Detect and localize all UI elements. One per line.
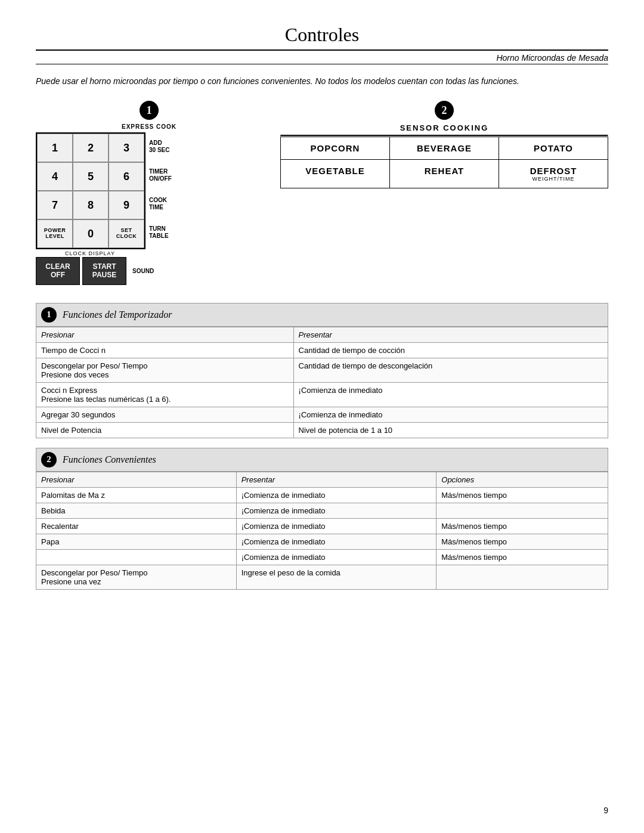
table2-row5-col1: Ingrese el peso de la comida	[236, 565, 436, 589]
table2-row2-col2: Más/menos tiempo	[436, 518, 608, 534]
clock-display-label: CLOCK DISPLAY	[36, 250, 144, 256]
table1-row1-col1: Cantidad de tiempo de descongelación	[293, 358, 608, 382]
table2-row2-col1: ¡Comienza de inmediato	[236, 518, 436, 534]
label-timer-onoff: TIMERON/OFF	[149, 168, 172, 182]
table1: Presionar Presentar Tiempo de Cocci nCan…	[36, 327, 608, 438]
key-0[interactable]: 0	[73, 219, 109, 248]
express-cook-label: EXPRESS COOK	[36, 123, 262, 130]
table1-row1-col0: Descongelar por Peso/ Tiempo Presione do…	[36, 358, 294, 382]
table1-col1-header: Presionar	[36, 327, 294, 342]
keypad-full: 1 2 3 4 5 6 7 8 9	[36, 132, 262, 285]
table1-col2-header: Presentar	[293, 327, 608, 342]
table2-row0-col0: Palomitas de Ma z	[36, 487, 237, 503]
subtitle-divider	[36, 64, 608, 64]
table2-col3-header: Opciones	[436, 472, 608, 487]
clock-display-wrapper: CLOCK DISPLAY	[36, 249, 144, 257]
table1-row0-col1: Cantidad de tiempo de cocción	[293, 342, 608, 358]
table1-container: 1 Funciones del Temporizador Presionar P…	[36, 303, 608, 438]
table2-row4-col2: Más/menos tiempo	[436, 549, 608, 565]
table2-row1-col0: Bebida	[36, 503, 237, 518]
sensor-grid: POPCORN BEVERAGE POTATO VEGETABLE REHEAT…	[280, 137, 608, 188]
table2-row0-col2: Más/menos tiempo	[436, 487, 608, 503]
table2-title: Funciones Convenientes	[63, 454, 156, 465]
table2-row0-col1: ¡Comienza de inmediato	[236, 487, 436, 503]
table2-row3-col1: ¡Comienza de inmediato	[236, 534, 436, 549]
key-9[interactable]: 9	[109, 191, 144, 219]
table2-row4-col0	[36, 549, 237, 565]
keypad-right-labels: ADD30 SEC TIMERON/OFF COOKTIME TURNTABLE	[149, 132, 172, 247]
table2-row3-col0: Papa	[36, 534, 237, 549]
table2-row1-col1: ¡Comienza de inmediato	[236, 503, 436, 518]
table2-row1-col2	[436, 503, 608, 518]
key-8[interactable]: 8	[73, 191, 109, 219]
page-title: Controles	[36, 24, 608, 46]
sensor-vegetable[interactable]: VEGETABLE	[281, 159, 390, 188]
table2-col2-header: Presentar	[236, 472, 436, 487]
key-3[interactable]: 3	[109, 134, 144, 162]
table2: Presionar Presentar Opciones Palomitas d…	[36, 472, 608, 590]
table1-row3-col1: ¡Comienza de inmediato	[293, 407, 608, 422]
section2-circle: 2	[435, 101, 454, 120]
key-1[interactable]: 1	[37, 134, 73, 162]
sensor-reheat[interactable]: REHEAT	[390, 159, 499, 188]
label-add-30sec: ADD30 SEC	[149, 140, 172, 154]
sensor-beverage[interactable]: BEVERAGE	[390, 137, 499, 159]
keypad-main-area: 1 2 3 4 5 6 7 8 9	[36, 132, 262, 249]
key-5[interactable]: 5	[73, 162, 109, 191]
keypad-grid: 1 2 3 4 5 6 7 8 9	[37, 134, 144, 248]
controls-area: 1 EXPRESS COOK 1 2 3 4 5	[36, 101, 608, 285]
keypad-section: 1 EXPRESS COOK 1 2 3 4 5	[36, 101, 262, 285]
clear-off-button[interactable]: CLEAR OFF	[36, 257, 80, 285]
section1-number-container: 1	[36, 101, 262, 120]
table1-row2-col0: Cocci n Express Presione las teclas numé…	[36, 382, 294, 407]
label-cook-time: COOKTIME	[149, 197, 172, 211]
sensor-defrost[interactable]: DEFROST WEIGHT/TIME	[499, 159, 608, 188]
sensor-potato[interactable]: POTATO	[499, 137, 608, 159]
start-pause-button[interactable]: START PAUSE	[82, 257, 126, 285]
intro-text: Puede usar el horno microondas por tiemp…	[36, 75, 608, 88]
table1-row3-col0: Agregar 30 segundos	[36, 407, 294, 422]
table1-row2-col1: ¡Comienza de inmediato	[293, 382, 608, 407]
section1-circle: 1	[140, 101, 159, 120]
key-4[interactable]: 4	[37, 162, 73, 191]
table2-circle: 2	[41, 452, 57, 467]
sensor-section: 2 SENSOR COOKING POPCORN BEVERAGE POTATO…	[280, 101, 608, 188]
table2-row5-col0: Descongelar por Peso/ Tiempo Presione un…	[36, 565, 237, 589]
table2-row4-col1: ¡Comienza de inmediato	[236, 549, 436, 565]
table2-row2-col0: Recalentar	[36, 518, 237, 534]
table1-row0-col0: Tiempo de Cocci n	[36, 342, 294, 358]
table2-row3-col2: Más/menos tiempo	[436, 534, 608, 549]
key-set-clock[interactable]: SET CLOCK	[109, 219, 144, 248]
table1-title: Funciones del Temporizador	[63, 309, 172, 320]
keypad-grid-outer: 1 2 3 4 5 6 7 8 9	[36, 132, 145, 249]
subtitle: Horno Microondas de Mesada	[36, 53, 608, 63]
table2-col1-header: Presionar	[36, 472, 237, 487]
table1-circle: 1	[41, 307, 57, 323]
key-2[interactable]: 2	[73, 134, 109, 162]
tables-section: 1 Funciones del Temporizador Presionar P…	[36, 303, 608, 590]
table1-row4-col1: Nivel de potencia de 1 a 10	[293, 422, 608, 438]
defrost-sub-label: WEIGHT/TIME	[504, 176, 603, 182]
table2-row5-col2	[436, 565, 608, 589]
bottom-row: CLEAR OFF START PAUSE SOUND	[36, 257, 262, 285]
label-turn-table: TURNTABLE	[149, 225, 172, 240]
sound-label: SOUND	[132, 257, 154, 285]
table1-header-row: 1 Funciones del Temporizador	[36, 303, 608, 327]
key-7[interactable]: 7	[37, 191, 73, 219]
table2-container: 2 Funciones Convenientes Presionar Prese…	[36, 448, 608, 590]
key-6[interactable]: 6	[109, 162, 144, 191]
sensor-popcorn[interactable]: POPCORN	[281, 137, 390, 159]
table2-header-row: 2 Funciones Convenientes	[36, 448, 608, 472]
key-power-level[interactable]: POWER LEVEL	[37, 219, 73, 248]
title-divider	[36, 49, 608, 51]
section2-number-container: 2	[280, 101, 608, 120]
keypad-grid-wrapper: 1 2 3 4 5 6 7 8 9	[36, 132, 145, 249]
table1-row4-col0: Nivel de Potencia	[36, 422, 294, 438]
page-number: 9	[603, 806, 608, 815]
sensor-cooking-label: SENSOR COOKING	[280, 123, 608, 132]
